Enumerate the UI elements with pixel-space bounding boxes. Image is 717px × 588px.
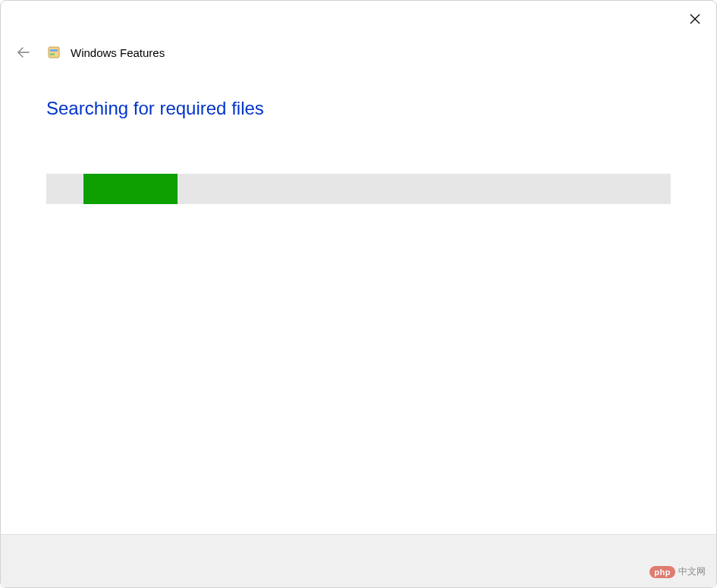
close-icon bbox=[690, 14, 700, 24]
dialog-content: Searching for required files bbox=[1, 61, 716, 534]
dialog-title: Windows Features bbox=[71, 46, 165, 59]
progress-bar bbox=[46, 174, 671, 204]
svg-rect-3 bbox=[49, 47, 59, 58]
watermark-text: 中文网 bbox=[678, 565, 706, 578]
dialog-footer: php 中文网 bbox=[1, 534, 716, 587]
windows-features-icon bbox=[46, 45, 61, 60]
progress-bar-fill bbox=[83, 174, 177, 204]
windows-features-dialog: Windows Features Searching for required … bbox=[0, 0, 717, 588]
dialog-header: Windows Features bbox=[1, 1, 716, 61]
svg-rect-4 bbox=[50, 49, 58, 52]
close-button[interactable] bbox=[683, 7, 707, 31]
watermark: php 中文网 bbox=[649, 565, 706, 578]
status-heading: Searching for required files bbox=[46, 98, 671, 119]
back-arrow-icon bbox=[17, 46, 30, 59]
watermark-badge: php bbox=[649, 566, 675, 578]
svg-rect-5 bbox=[50, 53, 55, 55]
back-button[interactable] bbox=[14, 43, 33, 61]
